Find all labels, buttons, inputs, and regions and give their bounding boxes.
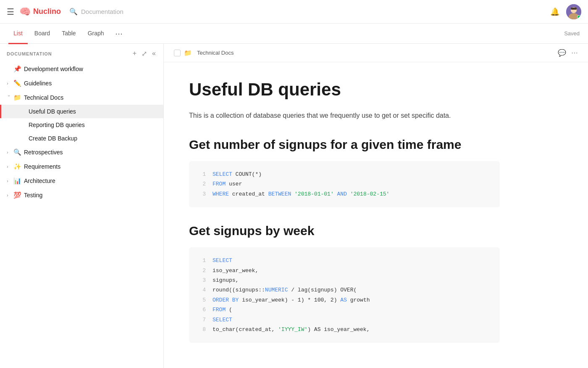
item-label: Useful DB queries (29, 108, 150, 115)
collapse-icon[interactable]: « (151, 49, 157, 58)
string-literal: 'IYYY_IW' (278, 326, 307, 333)
logo[interactable]: 🧠 Nuclino (19, 6, 61, 17)
content-area: 📁 Technical Docs 💬 ⋯ Useful DB queries T… (164, 44, 588, 368)
code-text: round((signups:: (213, 287, 265, 293)
code-text: created_at (229, 191, 268, 197)
code-line: 4 round((signups::NUMERIC / lag(signups)… (199, 285, 490, 295)
code-content: ORDER BY iso_year_week) - 1) * 100, 2) A… (213, 295, 490, 305)
sidebar-item-create-db[interactable]: Create DB Backup (0, 132, 163, 145)
content-topbar: 📁 Technical Docs 💬 ⋯ (164, 44, 588, 62)
sidebar-item-technical-docs[interactable]: › 📁 Technical Docs (0, 90, 163, 105)
tab-graph[interactable]: Graph (83, 24, 109, 44)
section1-heading: Get number of signups for a given time f… (189, 136, 500, 153)
chevron-icon: › (7, 150, 12, 155)
line-number: 5 (199, 295, 206, 305)
code-text: signups, (213, 277, 239, 283)
code-content: to_char(created_at, 'IYYY_IW') AS iso_ye… (213, 325, 490, 334)
line-number: 3 (199, 189, 206, 199)
item-icon: ✏️ (13, 79, 21, 87)
sidebar-item-guidelines[interactable]: › ✏️ Guidelines (0, 76, 163, 90)
sidebar-header: DOCUMENTATION + ⤢ « (0, 44, 163, 62)
item-label: Requirements (24, 163, 150, 170)
keyword: BETWEEN (268, 191, 291, 197)
line-number: 2 (199, 266, 206, 275)
code-content: WHERE created_at BETWEEN '2018-01-01' AN… (213, 189, 490, 199)
line-number: 1 (199, 256, 206, 265)
code-line: 2 iso_year_week, (199, 266, 490, 275)
code-content: round((signups::NUMERIC / lag(signups) O… (213, 285, 490, 295)
tab-board[interactable]: Board (29, 24, 55, 44)
item-label: Reporting DB queries (29, 122, 150, 128)
code-block-1: 1 SELECT COUNT(*) 2 FROM user 3 WHERE cr… (189, 161, 500, 207)
code-line: 1 SELECT (199, 256, 490, 265)
keyword: ORDER BY (213, 297, 239, 303)
code-line: 3 signups, (199, 275, 490, 285)
more-options-icon[interactable]: ⋯ (571, 49, 578, 57)
code-text: to_char(created_at, (213, 326, 278, 333)
code-text (291, 191, 294, 197)
code-line: 2 FROM user (199, 179, 490, 189)
code-content: signups, (213, 275, 490, 285)
breadcrumb-text[interactable]: Technical Docs (197, 50, 234, 56)
chevron-icon: › (7, 95, 12, 100)
code-line: 7 SELECT (199, 315, 490, 325)
code-block-2: 1 SELECT 2 iso_year_week, 3 signups, (189, 247, 500, 343)
expand-icon[interactable]: ⤢ (141, 49, 148, 58)
comment-icon[interactable]: 💬 (558, 49, 566, 57)
online-indicator (577, 15, 581, 19)
hamburger-icon[interactable]: ☰ (7, 7, 14, 17)
sidebar-item-requirements[interactable]: › ✨ Requirements (0, 159, 163, 174)
tab-list[interactable]: List (8, 24, 28, 44)
item-icon: 💯 (13, 191, 21, 199)
code-content: SELECT (213, 315, 490, 325)
code-text: COUNT(*) (232, 171, 262, 177)
sidebar-item-useful-db[interactable]: Useful DB queries (0, 105, 163, 118)
string-literal: '2018-02-15' (350, 191, 390, 197)
code-content: iso_year_week, (213, 266, 490, 275)
search-bar[interactable]: 🔍 Documentation (69, 8, 550, 16)
item-label: Create DB Backup (29, 135, 150, 142)
nav-right: 🔔 (550, 4, 581, 19)
code-text (347, 191, 350, 197)
keyword: FROM (213, 307, 226, 313)
line-number: 1 (199, 169, 206, 179)
code-line: 5 ORDER BY iso_year_week) - 1) * 100, 2)… (199, 295, 490, 305)
item-icon: ✨ (13, 163, 21, 170)
code-content: FROM user (213, 179, 490, 189)
code-text: user (226, 181, 242, 187)
content-topbar-actions: 💬 ⋯ (558, 49, 578, 57)
item-label: Retrospectives (24, 149, 150, 156)
notifications-icon[interactable]: 🔔 (550, 7, 559, 16)
code-content: FROM ( (213, 305, 490, 315)
item-label: Guidelines (24, 80, 150, 87)
chevron-icon: › (7, 164, 12, 169)
sidebar-item-retrospectives[interactable]: › 🔍 Retrospectives (0, 145, 163, 159)
sidebar-item-dev-workflow[interactable]: 📌 Development workflow (0, 62, 163, 76)
sidebar-items-list: 📌 Development workflow › ✏️ Guidelines ›… (0, 62, 163, 368)
add-item-icon[interactable]: + (132, 49, 137, 58)
sidebar-item-architecture[interactable]: › 📊 Architecture (0, 174, 163, 188)
code-text: iso_year_week, (213, 267, 258, 274)
code-text (334, 191, 337, 197)
active-indicator (0, 105, 1, 118)
document-body: Useful DB queries This is a collection o… (164, 62, 525, 368)
chevron-icon: › (7, 81, 12, 86)
tab-table[interactable]: Table (57, 24, 81, 44)
line-number: 7 (199, 315, 206, 325)
code-line: 8 to_char(created_at, 'IYYY_IW') AS iso_… (199, 325, 490, 334)
chevron-icon: › (7, 193, 12, 198)
sidebar-item-testing[interactable]: › 💯 Testing (0, 188, 163, 202)
more-options-icon[interactable]: ⋯ (113, 27, 125, 40)
user-avatar[interactable] (566, 4, 581, 19)
search-placeholder: Documentation (81, 8, 123, 15)
doc-intro: This is a collection of database queries… (189, 110, 500, 121)
code-content: SELECT (213, 256, 490, 265)
item-label: Technical Docs (24, 94, 150, 101)
search-icon: 🔍 (69, 8, 78, 16)
doc-checkbox[interactable] (174, 50, 181, 56)
sidebar-item-reporting-db[interactable]: Reporting DB queries (0, 118, 163, 132)
top-nav: ☰ 🧠 Nuclino 🔍 Documentation 🔔 (0, 0, 588, 24)
sidebar-actions: + ⤢ « (132, 49, 157, 58)
keyword: FROM (213, 181, 226, 187)
save-status: Saved (564, 30, 580, 37)
